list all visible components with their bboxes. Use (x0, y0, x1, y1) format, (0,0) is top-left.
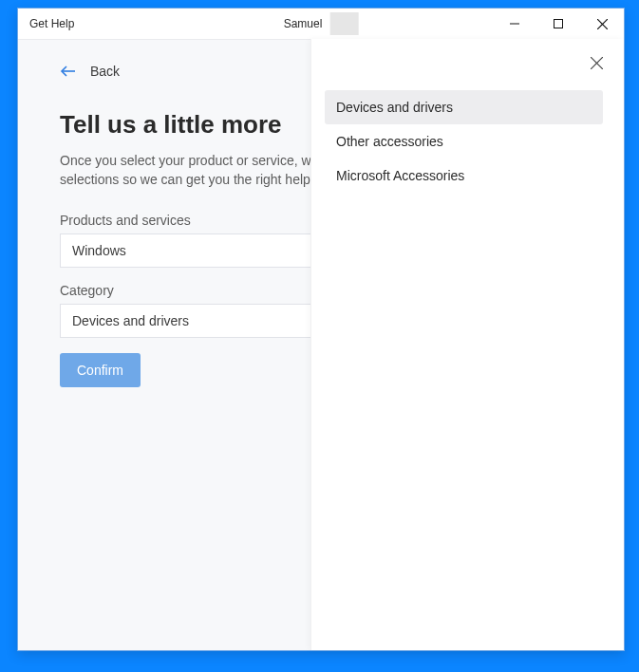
confirm-button[interactable]: Confirm (60, 353, 141, 387)
user-name: Samuel (284, 17, 323, 30)
category-option-label: Other accessories (336, 134, 443, 149)
category-option-microsoft-accessories[interactable]: Microsoft Accessories (325, 159, 603, 193)
avatar (329, 12, 358, 35)
window-controls (493, 9, 624, 39)
get-help-window: Get Help Samuel (17, 8, 625, 651)
close-button[interactable] (580, 9, 624, 39)
titlebar: Get Help Samuel (18, 9, 624, 39)
user-name-region: Samuel (284, 12, 359, 35)
products-value: Windows (72, 243, 126, 258)
close-icon (591, 57, 603, 69)
back-arrow-icon (60, 65, 77, 78)
back-label: Back (90, 64, 120, 79)
close-icon (597, 19, 608, 29)
category-option-label: Devices and drivers (336, 100, 453, 115)
minimize-icon (510, 19, 519, 28)
panel-close-button[interactable] (591, 56, 603, 73)
confirm-label: Confirm (77, 363, 123, 378)
maximize-icon (554, 19, 563, 28)
category-list: Devices and drivers Other accessories Mi… (325, 90, 603, 193)
svg-rect-1 (554, 20, 563, 28)
minimize-button[interactable] (493, 9, 536, 39)
desktop-background: Get Help Samuel (0, 0, 639, 672)
category-option-devices-and-drivers[interactable]: Devices and drivers (325, 90, 603, 124)
app-title: Get Help (29, 17, 74, 30)
category-option-label: Microsoft Accessories (336, 168, 464, 183)
category-value: Devices and drivers (72, 313, 189, 328)
category-panel: Devices and drivers Other accessories Mi… (310, 39, 624, 650)
category-option-other-accessories[interactable]: Other accessories (325, 124, 603, 159)
maximize-button[interactable] (536, 9, 580, 39)
